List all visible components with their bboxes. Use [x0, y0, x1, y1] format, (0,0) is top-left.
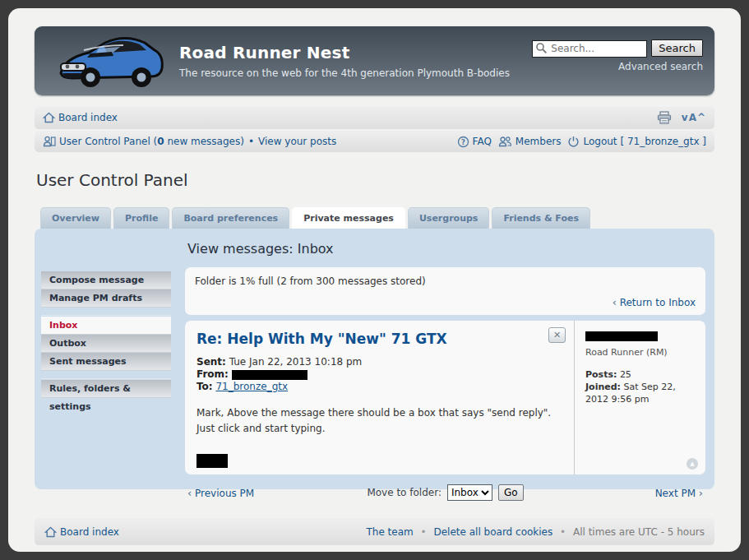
arrow-left-icon: ‹	[613, 296, 617, 308]
search-icon	[535, 42, 548, 54]
sidebar-item-sent-messages[interactable]: Sent messages	[41, 353, 171, 371]
site-titles: Road Runner Nest The resource on the web…	[179, 43, 510, 79]
cp-main: View messages: Inbox Folder is 1% full (…	[177, 229, 714, 504]
top-icon[interactable]: ▲	[687, 458, 698, 470]
sidebar-item-rules-folders-settings[interactable]: Rules, folders & settings	[41, 380, 171, 398]
tab-private-messages[interactable]: Private messages	[292, 207, 405, 229]
message-body: Mark, Above the message there should be …	[196, 405, 564, 437]
print-icon[interactable]	[657, 111, 672, 124]
sidebar-item-outbox[interactable]: Outbox	[41, 335, 171, 353]
page-title: User Control Panel	[36, 170, 714, 190]
arrow-right-icon: ›	[699, 487, 703, 499]
return-to-inbox[interactable]: ‹ Return to Inbox	[613, 296, 696, 308]
breadcrumb-bar: Board index vA^	[35, 106, 714, 129]
logout-icon	[567, 136, 580, 148]
previous-pm-link[interactable]: ‹ Previous PM	[187, 487, 367, 499]
from-redacted	[232, 370, 307, 380]
members-icon	[498, 136, 512, 147]
view-your-posts-link[interactable]: View your posts	[258, 136, 336, 147]
sender-profile: Road Runner (RM) Posts: 25 Joined: Sat S…	[574, 321, 705, 474]
close-icon[interactable]: ✕	[548, 327, 566, 343]
arrow-left-icon: ‹	[187, 487, 192, 499]
sidebar-item-compose-message[interactable]: Compose message	[41, 271, 171, 289]
timezone-text: All times are UTC - 5 hours	[573, 526, 705, 538]
new-messages-count: (0 new messages)	[150, 136, 244, 147]
ucp-tabs: Overview Profile Board preferences Priva…	[35, 207, 714, 229]
logout-link[interactable]: Logout [ 71_bronze_gtx ]	[583, 136, 706, 147]
menu-divider	[41, 371, 171, 379]
tab-profile[interactable]: Profile	[113, 207, 169, 229]
message-subject[interactable]: Re: Help With My "New" 71 GTX	[196, 331, 564, 347]
faq-link[interactable]: FAQ	[473, 136, 492, 147]
view-messages-heading: View messages: Inbox	[187, 241, 705, 257]
breadcrumb-board-index[interactable]: Board index	[58, 112, 118, 123]
sidebar-item-inbox[interactable]: Inbox	[41, 317, 171, 335]
folder-info-box: Folder is 1% full (2 from 300 messages s…	[185, 267, 705, 315]
home-icon	[43, 112, 55, 123]
delete-cookies-link[interactable]: Delete all board cookies	[433, 526, 553, 538]
site-title: Road Runner Nest	[179, 43, 510, 62]
site-header: Road Runner Nest The resource on the web…	[35, 26, 714, 95]
members-link[interactable]: Members	[516, 136, 562, 147]
search-input[interactable]	[532, 40, 647, 58]
footer-links: The team • Delete all board cookies • Al…	[366, 526, 705, 538]
folder-select[interactable]: Inbox	[447, 484, 492, 501]
footer-bar: Board index The team • Delete all board …	[35, 518, 714, 545]
next-pm-link[interactable]: Next PM ›	[524, 487, 703, 499]
advanced-search-link[interactable]: Advanced search	[618, 61, 703, 72]
user-links-bar: User Control Panel (0 new messages) • Vi…	[35, 131, 714, 152]
joined-line: Joined: Sat Sep 22, 2012 9:56 pm	[585, 381, 699, 405]
go-button[interactable]: Go	[498, 484, 524, 501]
cp-menu: Compose message Manage PM drafts Inbox O…	[41, 271, 171, 398]
bullet-separator: •	[248, 136, 254, 147]
tab-usergroups[interactable]: Usergroups	[408, 207, 489, 229]
font-size-icon[interactable]: vA^	[682, 112, 706, 123]
tab-overview[interactable]: Overview	[40, 207, 111, 229]
page-background: Road Runner Nest The resource on the web…	[0, 0, 749, 560]
faq-icon: ?	[457, 136, 469, 148]
folder-info-text: Folder is 1% full (2 from 300 messages s…	[195, 275, 426, 287]
to-user-link[interactable]: 71_bronze_gtx	[215, 381, 288, 392]
sidebar-item-manage-pm-drafts[interactable]: Manage PM drafts	[41, 289, 171, 308]
the-team-link[interactable]: The team	[366, 526, 413, 538]
move-to-folder-control: Move to folder: Inbox Go	[367, 484, 523, 501]
pm-navigation: ‹ Previous PM Move to folder: Inbox Go N…	[185, 481, 705, 504]
search-button[interactable]: Search	[651, 39, 703, 57]
message-main: Re: Help With My "New" 71 GTX ✕ Sent: Tu…	[185, 321, 574, 474]
header-search: Search Advanced search	[532, 39, 703, 73]
posts-line: Posts: 25	[585, 368, 699, 381]
from-line: From:	[196, 368, 564, 381]
bullet-separator: •	[421, 526, 427, 538]
svg-text:?: ?	[461, 137, 465, 146]
car-logo	[54, 30, 169, 91]
tab-board-preferences[interactable]: Board preferences	[172, 207, 289, 229]
move-to-folder-label: Move to folder:	[367, 487, 442, 498]
tab-friends-foes[interactable]: Friends & Foes	[492, 207, 590, 229]
message-meta: Sent: Tue Jan 22, 2013 10:18 pm From: To…	[196, 356, 564, 393]
sent-line: Sent: Tue Jan 22, 2013 10:18 pm	[196, 356, 564, 368]
site-tagline: The resource on the web for the 4th gene…	[179, 67, 510, 79]
ucp-icon	[43, 136, 56, 147]
to-line: To: 71_bronze_gtx	[196, 381, 564, 393]
ucp-panel: Compose message Manage PM drafts Inbox O…	[35, 229, 714, 489]
menu-divider	[41, 308, 171, 316]
home-icon	[44, 526, 57, 538]
bullet-separator: •	[560, 526, 566, 538]
footer-board-index[interactable]: Board index	[60, 526, 119, 538]
sender-name-redacted	[585, 331, 658, 341]
sender-rank: Road Runner (RM)	[585, 346, 699, 359]
ucp-link[interactable]: User Control Panel	[59, 136, 150, 147]
message-box: Re: Help With My "New" 71 GTX ✕ Sent: Tu…	[185, 321, 705, 474]
signature-redacted	[196, 454, 228, 468]
forum-wrapper: Road Runner Nest The resource on the web…	[8, 8, 741, 552]
